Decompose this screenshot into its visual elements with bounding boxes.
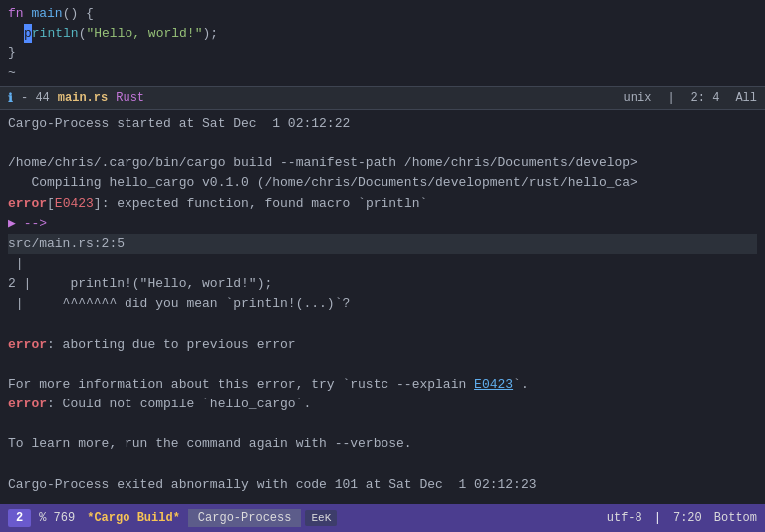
- term-line-13: For more information about this error, t…: [8, 375, 757, 395]
- percent-pos: % 769: [31, 511, 83, 525]
- editor-area: fn main() { println("Hello, world!"); } …: [0, 0, 765, 86]
- bottom-status-bar: 2 % 769 *Cargo Build* Cargo-Process EeK …: [0, 504, 765, 532]
- language: Rust: [116, 91, 144, 105]
- term-line-14: error: Could not compile `hello_cargo`.: [8, 395, 757, 414]
- indent: [8, 24, 24, 44]
- terminal-area: Cargo-Process started at Sat Dec 1 02:12…: [0, 110, 765, 504]
- error-bracket-1: [: [47, 196, 55, 211]
- code-line-4: ~: [8, 63, 757, 83]
- cursor: p: [24, 24, 32, 44]
- error-link[interactable]: E0423: [474, 377, 513, 392]
- cursor-position: 7:20: [673, 511, 702, 525]
- unix-label: unix: [624, 91, 652, 105]
- info-icon: ℹ: [8, 91, 13, 106]
- macro-name: rintln: [32, 24, 79, 44]
- paren-close2: );: [202, 24, 218, 44]
- error-msg-1: : expected function, found macro `printl…: [102, 196, 428, 211]
- paren-open: () {: [63, 4, 94, 24]
- term-line-11: error: aborting due to previous error: [8, 335, 757, 355]
- code-line-1: fn main() {: [8, 4, 757, 24]
- term-line-2: [8, 133, 757, 153]
- keyword-fn: fn: [8, 4, 31, 24]
- mode-indicator: 2: [8, 509, 31, 527]
- tilde: ~: [8, 63, 16, 83]
- arrow: ▶ -->: [8, 216, 55, 231]
- error-msg-2: : aborting due to previous error: [47, 337, 296, 352]
- error-msg-3: : Could not compile `hello_cargo`.: [47, 397, 311, 411]
- code-line-2: println("Hello, world!");: [8, 24, 757, 44]
- error-label-3: error: [8, 397, 47, 411]
- separator2: |: [654, 511, 661, 525]
- file-ref: src/main.rs:2:5: [8, 234, 757, 254]
- error-code-1: E0423: [55, 196, 94, 211]
- all-label: All: [735, 91, 757, 105]
- editor-status-bar: ℹ - 44 main.rs Rust unix | 2: 4 All: [0, 86, 765, 110]
- bottom-right: utf-8 | 7:20 Bottom: [607, 511, 757, 525]
- code-line-3: }: [8, 43, 757, 63]
- term-line-12: [8, 355, 757, 375]
- term-line-18: Cargo-Process exited abnormally with cod…: [8, 475, 757, 495]
- key-sequence: EeK: [305, 510, 337, 526]
- term-line-8: 2 | println!("Hello, world!");: [8, 274, 757, 294]
- term-line-7: |: [8, 254, 757, 274]
- process-name: Cargo-Process: [188, 509, 302, 527]
- term-line-1: Cargo-Process started at Sat Dec 1 02:12…: [8, 114, 757, 133]
- brace-close: }: [8, 43, 16, 63]
- term-line-17: [8, 454, 757, 474]
- term-line-5: error[E0423]: expected function, found m…: [8, 194, 757, 214]
- error-label-2: error: [8, 337, 47, 352]
- separator: |: [667, 91, 674, 105]
- buffer-name: *Cargo Build*: [83, 511, 184, 525]
- term-line-16: To learn more, run the command again wit…: [8, 434, 757, 454]
- function-name: main: [31, 4, 62, 24]
- string-value: "Hello, world!": [86, 24, 202, 44]
- term-line-6: ▶ --> src/main.rs:2:5: [8, 214, 757, 254]
- cursor-pos: 2: 4: [691, 91, 720, 105]
- term-line-10: [8, 314, 757, 334]
- paren-open2: (: [79, 24, 87, 44]
- line-number: - 44: [21, 91, 50, 105]
- encoding: utf-8: [607, 511, 642, 525]
- error-bracket-close-1: ]: [94, 196, 102, 211]
- filename: main.rs: [58, 91, 108, 105]
- error-label-1: error: [8, 196, 47, 211]
- term-line-15: [8, 414, 757, 434]
- term-line-3: /home/chris/.cargo/bin/cargo build --man…: [8, 153, 757, 173]
- scroll-pos: Bottom: [714, 511, 757, 525]
- term-line-4: Compiling hello_cargo v0.1.0 (/home/chri…: [8, 173, 757, 193]
- term-line-9: | ^^^^^^^ did you mean `println!(...)`?: [8, 294, 757, 314]
- status-right: unix | 2: 4 All: [624, 91, 757, 105]
